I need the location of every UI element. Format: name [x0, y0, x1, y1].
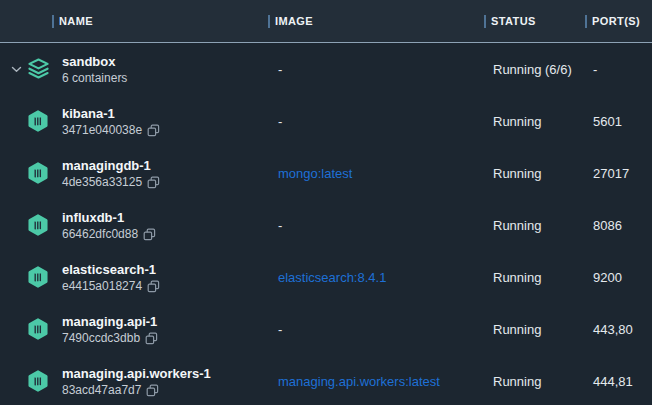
column-header-name: NAME — [52, 0, 268, 42]
container-id-row: 83acd47aa7d7 — [62, 383, 159, 398]
container-id: 66462dfc0d88 — [62, 227, 138, 242]
table-row[interactable]: kibana-1 3471e040038e - Running 5601 — [0, 95, 652, 147]
container-name: managing.api.workers-1 — [62, 365, 211, 382]
status-cell: Running — [484, 147, 585, 199]
status-cell: Running (6/6) — [484, 43, 585, 95]
ports-cell: 5601 — [585, 95, 652, 147]
ports-cell: 8086 — [585, 199, 652, 251]
table-row[interactable]: managingdb-1 4de356a33125 mongo:latest R… — [0, 147, 652, 199]
container-name: sandbox — [62, 53, 115, 70]
container-id: 7490ccdc3dbb — [62, 331, 140, 346]
row-gutter — [0, 251, 52, 303]
name-cell: elasticsearch-1 e4415a018274 — [52, 251, 268, 303]
ports-cell: - — [585, 43, 652, 95]
row-gutter — [0, 199, 52, 251]
container-id-row: 3471e040038e — [62, 123, 160, 138]
status-cell: Running — [484, 199, 585, 251]
table-row[interactable]: managing.api-1 7490ccdc3dbb - Running 44… — [0, 303, 652, 355]
copy-icon[interactable] — [147, 280, 160, 293]
container-icon — [27, 162, 49, 184]
name-cell: sandbox 6 containers — [52, 43, 268, 95]
copy-icon[interactable] — [143, 228, 156, 241]
ports-cell: 27017 — [585, 147, 652, 199]
column-label: IMAGE — [275, 15, 313, 27]
container-name: influxdb-1 — [62, 209, 124, 226]
container-id-row: 6 containers — [62, 71, 127, 86]
compose-stack-icon — [27, 58, 50, 80]
container-id-row: 7490ccdc3dbb — [62, 331, 158, 346]
name-cell: managingdb-1 4de356a33125 — [52, 147, 268, 199]
row-gutter — [0, 43, 52, 95]
ports-cell: 9200 — [585, 251, 652, 303]
container-id: 6 containers — [62, 71, 127, 86]
container-id: e4415a018274 — [62, 279, 142, 294]
container-id: 3471e040038e — [62, 123, 142, 138]
container-icon — [27, 318, 49, 340]
name-cell: managing.api.workers-1 83acd47aa7d7 — [52, 355, 268, 405]
image-cell: - — [268, 43, 484, 95]
image-link[interactable]: managing.api.workers:latest — [268, 355, 484, 405]
container-name: managingdb-1 — [62, 157, 151, 174]
row-gutter — [0, 95, 52, 147]
container-id: 4de356a33125 — [62, 175, 142, 190]
status-cell: Running — [484, 303, 585, 355]
name-cell: managing.api-1 7490ccdc3dbb — [52, 303, 268, 355]
column-header-status: STATUS — [484, 0, 585, 42]
name-cell: influxdb-1 66462dfc0d88 — [52, 199, 268, 251]
column-label: PORT(S) — [592, 15, 640, 27]
column-separator — [484, 15, 486, 28]
table-row[interactable]: managing.api.workers-1 83acd47aa7d7 mana… — [0, 355, 652, 405]
image-link[interactable]: mongo:latest — [268, 147, 484, 199]
copy-icon[interactable] — [145, 332, 158, 345]
column-label: STATUS — [491, 15, 536, 27]
container-id-row: 66462dfc0d88 — [62, 227, 156, 242]
name-cell: kibana-1 3471e040038e — [52, 95, 268, 147]
container-id-row: e4415a018274 — [62, 279, 160, 294]
copy-icon[interactable] — [146, 384, 159, 397]
header-gutter — [0, 0, 52, 42]
row-gutter — [0, 303, 52, 355]
copy-icon[interactable] — [147, 124, 160, 137]
container-id: 83acd47aa7d7 — [62, 383, 141, 398]
table-row[interactable]: sandbox 6 containers - Running (6/6) - — [0, 43, 652, 95]
container-id-row: 4de356a33125 — [62, 175, 160, 190]
container-icon — [27, 110, 49, 132]
column-separator — [268, 15, 270, 28]
status-cell: Running — [484, 95, 585, 147]
containers-table: NAME IMAGE STATUS PORT(S) — [0, 0, 652, 405]
image-link[interactable]: elasticsearch:8.4.1 — [268, 251, 484, 303]
status-cell: Running — [484, 251, 585, 303]
copy-icon[interactable] — [147, 176, 160, 189]
container-icon — [27, 370, 49, 392]
container-icon — [27, 266, 49, 288]
container-name: elasticsearch-1 — [62, 261, 156, 278]
image-cell: - — [268, 95, 484, 147]
table-row[interactable]: elasticsearch-1 e4415a018274 elasticsear… — [0, 251, 652, 303]
container-icon — [27, 214, 49, 236]
table-header: NAME IMAGE STATUS PORT(S) — [0, 0, 652, 43]
ports-cell: 444,81 — [585, 355, 652, 405]
column-label: NAME — [59, 15, 93, 27]
row-gutter — [0, 355, 52, 405]
column-header-image: IMAGE — [268, 0, 484, 42]
row-gutter — [0, 147, 52, 199]
column-separator — [52, 15, 54, 28]
column-separator — [585, 15, 587, 28]
image-cell: - — [268, 303, 484, 355]
table-row[interactable]: influxdb-1 66462dfc0d88 - Running 8086 — [0, 199, 652, 251]
column-header-ports: PORT(S) — [585, 0, 652, 42]
container-name: kibana-1 — [62, 105, 115, 122]
status-cell: Running — [484, 355, 585, 405]
ports-cell: 443,80 — [585, 303, 652, 355]
table-body: sandbox 6 containers - Running (6/6) - — [0, 43, 652, 405]
image-cell: - — [268, 199, 484, 251]
chevron-down-icon[interactable] — [11, 66, 22, 73]
container-name: managing.api-1 — [62, 313, 157, 330]
